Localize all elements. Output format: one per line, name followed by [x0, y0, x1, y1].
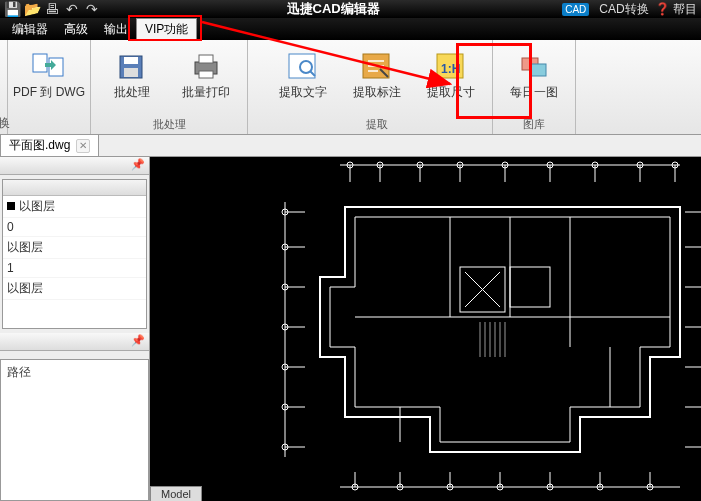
close-tab-icon[interactable]: ✕: [76, 139, 90, 153]
menu-vip[interactable]: VIP功能: [136, 18, 197, 40]
layer-list[interactable]: 以图层 0 以图层 1 以图层: [2, 179, 147, 329]
batch-print-icon: [189, 49, 223, 83]
svg-text:1:Н: 1:Н: [441, 62, 460, 76]
cad-canvas[interactable]: [150, 157, 701, 501]
menu-output[interactable]: 输出: [96, 19, 136, 40]
model-tabs: Model: [150, 483, 202, 501]
cad-badge: CAD: [562, 3, 589, 16]
daily-image-icon: [517, 49, 551, 83]
svg-rect-0: [33, 54, 47, 72]
help-link[interactable]: ❓ 帮目: [655, 1, 697, 18]
ribbon-group-gallery-label: 图库: [497, 117, 571, 134]
layer-row[interactable]: 以图层: [3, 237, 146, 259]
model-tab[interactable]: Model: [150, 486, 202, 501]
path-panel: 路径: [0, 359, 149, 501]
pin-icon[interactable]: 📌: [131, 158, 145, 171]
batch-print-button[interactable]: 批量打印: [169, 44, 243, 116]
layer-row[interactable]: 1: [3, 259, 146, 278]
svg-rect-6: [199, 55, 213, 63]
undo-icon[interactable]: ↶: [64, 1, 80, 17]
path-label: 路径: [1, 360, 148, 385]
ribbon: 换 PDF 到 DWG 批处理 批量打印 批处理 提取文字: [0, 40, 701, 135]
pin-icon[interactable]: 📌: [131, 334, 145, 347]
extract-annotation-button[interactable]: 提取标注: [340, 44, 414, 116]
ribbon-group-batch: 批处理 批量打印 批处理: [91, 40, 248, 134]
panel-divider: 📌: [0, 333, 149, 351]
pdf-to-dwg-button[interactable]: PDF 到 DWG: [12, 44, 86, 116]
document-tab-name: 平面图.dwg: [9, 137, 70, 154]
ribbon-group-extract: 提取文字 提取标注 1:Н 提取尺寸 提取: [248, 40, 493, 134]
svg-rect-15: [530, 64, 546, 76]
svg-rect-3: [124, 57, 138, 64]
extract-dimension-button[interactable]: 1:Н 提取尺寸: [414, 44, 488, 116]
menu-bar: 编辑器 高级 输出 VIP功能: [0, 18, 701, 40]
extract-text-icon: [286, 49, 320, 83]
ribbon-group-batch-label: 批处理: [95, 117, 243, 134]
layer-row[interactable]: 以图层: [3, 196, 146, 218]
app-title: 迅捷CAD编辑器: [104, 0, 562, 18]
document-tab[interactable]: 平面图.dwg ✕: [0, 134, 99, 156]
left-panel: 📌 以图层 0 以图层 1 以图层 📌 路径: [0, 157, 150, 501]
open-icon[interactable]: 📂: [24, 1, 40, 17]
extract-dimension-icon: 1:Н: [434, 49, 468, 83]
ribbon-group-extract-label: 提取: [266, 117, 488, 134]
pdf-to-dwg-icon: [32, 49, 66, 83]
redo-icon[interactable]: ↷: [84, 1, 100, 17]
svg-rect-4: [124, 68, 138, 77]
layer-row[interactable]: 以图层: [3, 278, 146, 300]
ribbon-left-stub: 换: [0, 40, 8, 134]
save-icon[interactable]: 💾: [4, 1, 20, 17]
workspace: 📌 以图层 0 以图层 1 以图层 📌 路径: [0, 157, 701, 501]
print-icon[interactable]: 🖶: [44, 1, 60, 17]
panel-header: 📌: [0, 157, 149, 175]
cad-convert-link[interactable]: CAD转换: [599, 1, 648, 18]
svg-rect-85: [510, 267, 550, 307]
svg-rect-7: [199, 71, 213, 78]
extract-text-button[interactable]: 提取文字: [266, 44, 340, 116]
batch-button[interactable]: 批处理: [95, 44, 169, 116]
layer-row[interactable]: 0: [3, 218, 146, 237]
extract-annotation-icon: [360, 49, 394, 83]
ribbon-group-gallery: 每日一图 图库: [493, 40, 576, 134]
document-tabs: 平面图.dwg ✕: [0, 135, 701, 157]
daily-image-button[interactable]: 每日一图: [497, 44, 571, 116]
menu-editor[interactable]: 编辑器: [4, 19, 56, 40]
title-bar: 💾 📂 🖶 ↶ ↷ 迅捷CAD编辑器 CAD CAD转换 ❓ 帮目: [0, 0, 701, 18]
ribbon-group-convert: PDF 到 DWG: [8, 40, 91, 134]
drawing: [150, 157, 701, 501]
batch-save-icon: [115, 49, 149, 83]
menu-advanced[interactable]: 高级: [56, 19, 96, 40]
